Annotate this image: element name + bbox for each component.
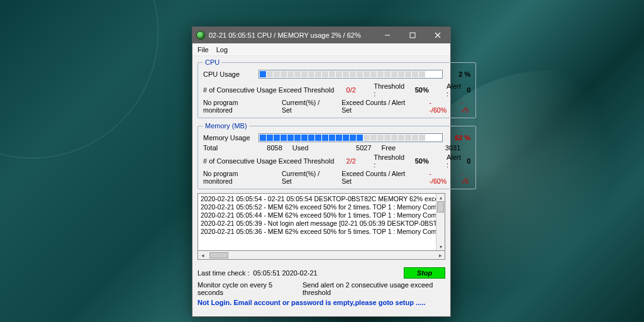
log-textarea[interactable]: 2020-02-21 05:05:54 - 02-21 05:05:54 DES… (197, 193, 445, 251)
cpu-alert-label: Alert : (447, 82, 463, 97)
mem-exceed-value: 2/2 (347, 157, 356, 165)
cpu-group: CPU CPU Usage 2 % # of Consecutive Usage… (197, 58, 476, 118)
memory-group: Memory (MB) Memory Usage 62 % Total 8058… (197, 122, 476, 189)
scroll-up-icon[interactable]: ▴ (436, 194, 445, 201)
mem-free-v: 3031 (426, 144, 470, 152)
cpu-v1: --/60% (430, 99, 448, 114)
app-icon (196, 31, 205, 40)
cpu-exset: Exceed Counts / Alert Set (341, 99, 416, 114)
cpu-curset: Curremt(%) / Set (282, 99, 330, 114)
mem-exceed-label: # of Consecutive Usage Exceed Threshold (203, 157, 334, 165)
memory-usage-label: Memory Usage (203, 134, 255, 142)
menu-file[interactable]: File (197, 46, 209, 53)
mem-alert-label: Alert : (447, 153, 463, 169)
cpu-threshold-value: 50% (415, 86, 429, 94)
maximize-button[interactable] (400, 27, 425, 43)
cpu-threshold-label: Threshold : (374, 82, 405, 97)
cpu-usage-value: 2 % (447, 70, 470, 78)
stop-button[interactable]: Stop (404, 267, 445, 279)
svg-rect-1 (410, 33, 415, 38)
cpu-noprog: No program monitored (203, 99, 268, 114)
mem-curset: Curremt(%) / Set (282, 170, 330, 185)
mem-total-v: 8058 (248, 144, 292, 152)
mem-v2: --/5 (461, 170, 470, 185)
scroll-left-icon[interactable]: ◂ (198, 252, 207, 258)
titlebar[interactable]: 02-21 05:05:51 CPU / MEMORY usage 2% / 6… (192, 27, 450, 43)
memory-progress (258, 133, 443, 142)
close-button[interactable] (425, 27, 450, 43)
cpu-usage-label: CPU Usage (203, 70, 255, 78)
log-vscrollbar[interactable]: ▴ ▾ (436, 194, 445, 250)
login-status-link[interactable]: Not Login. Email account or password is … (197, 299, 445, 306)
scroll-right-icon[interactable]: ▸ (436, 252, 445, 258)
mem-exset: Exceed Counts / Alert Set (341, 170, 416, 185)
log-line: 2020-02-21 05:05:44 - MEM 62% exceed 50%… (201, 211, 442, 219)
mem-threshold-value: 50% (415, 157, 429, 165)
cpu-progress (258, 70, 443, 79)
mem-used-v: 5027 (337, 144, 382, 152)
mem-v1: --/60% (430, 170, 448, 185)
mem-used-l: Used (292, 144, 337, 152)
client-area: CPU CPU Usage 2 % # of Consecutive Usage… (192, 56, 450, 316)
cpu-legend: CPU (203, 58, 221, 66)
last-check-value: 05:05:51 2020-02-21 (253, 269, 318, 277)
mem-threshold-label: Threshold : (374, 153, 405, 169)
hscroll-thumb[interactable] (209, 252, 228, 258)
last-check-label: Last time check : (197, 269, 250, 277)
scroll-down-icon[interactable]: ▾ (436, 243, 445, 250)
log-line: 2020-02-21 05:05:54 - 02-21 05:05:54 DES… (201, 195, 442, 203)
log-line: 2020-02-21 05:05:52 - MEM 62% exceed 50%… (201, 203, 442, 211)
menu-log[interactable]: Log (216, 46, 228, 53)
memory-legend: Memory (MB) (203, 122, 249, 130)
alert-on: Send alert on 2 consecutive usage exceed… (303, 281, 445, 296)
cpu-exceed-value: 0/2 (347, 86, 356, 94)
minimize-button[interactable] (375, 27, 400, 43)
app-window: 02-21 05:05:51 CPU / MEMORY usage 2% / 6… (192, 26, 451, 317)
menubar: File Log (192, 43, 450, 56)
mem-total-l: Total (203, 144, 248, 152)
cpu-alert-value: 0 (467, 86, 470, 94)
mem-alert-value: 0 (467, 157, 470, 165)
mem-noprog: No program monitored (203, 170, 268, 185)
scroll-thumb[interactable] (437, 201, 444, 213)
cpu-exceed-label: # of Consecutive Usage Exceed Threshold (203, 86, 334, 94)
monitor-cycle: Monitor cycle on every 5 seconds (197, 281, 289, 296)
log-hscrollbar[interactable]: ◂ ▸ (197, 251, 445, 260)
cpu-v2: --/5 (461, 99, 470, 114)
memory-usage-value: 62 % (447, 134, 470, 142)
log-line: 2020-02-21 05:05:39 - Not login alert me… (201, 219, 442, 228)
log-line: 2020-02-21 05:05:36 - MEM 62% exceed 50%… (201, 228, 442, 236)
window-title: 02-21 05:05:51 CPU / MEMORY usage 2% / 6… (209, 31, 375, 39)
mem-free-l: Free (382, 144, 426, 152)
